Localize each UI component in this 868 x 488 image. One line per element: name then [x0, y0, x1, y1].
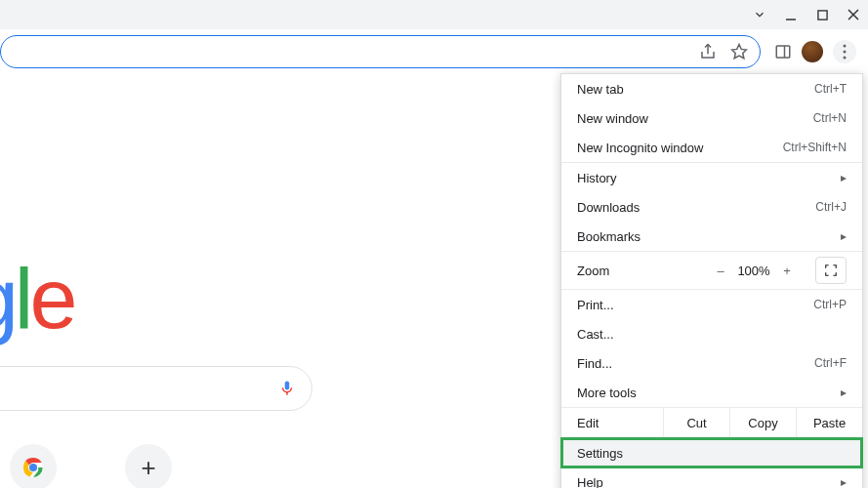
svg-point-10: [844, 56, 847, 59]
chrome-menu: New tabCtrl+T New windowCtrl+N New Incog…: [560, 73, 863, 488]
zoom-out-button[interactable]: –: [708, 264, 733, 278]
menu-settings[interactable]: Settings: [561, 438, 862, 468]
minimize-icon[interactable]: [784, 8, 798, 21]
svg-rect-6: [776, 46, 790, 58]
logo-letter: l: [15, 249, 30, 348]
search-input[interactable]: L: [0, 366, 312, 411]
chevron-right-icon: ▸: [841, 171, 847, 184]
svg-point-12: [29, 464, 37, 471]
star-icon[interactable]: [730, 43, 748, 61]
share-icon[interactable]: [699, 43, 717, 61]
mic-icon[interactable]: [278, 377, 296, 400]
logo-letter: g: [0, 249, 15, 348]
menu-help[interactable]: Help▸: [561, 468, 862, 488]
logo-letter: e: [29, 249, 73, 348]
menu-edit-row: Edit Cut Copy Paste: [561, 408, 862, 437]
menu-cast[interactable]: Cast...: [561, 319, 862, 348]
add-shortcut-button[interactable]: +: [125, 444, 172, 488]
menu-new-window[interactable]: New windowCtrl+N: [561, 103, 862, 133]
shortcut-chrome[interactable]: [10, 444, 57, 488]
svg-rect-1: [817, 10, 826, 19]
side-panel-icon[interactable]: [774, 43, 792, 61]
edit-label: Edit: [577, 416, 663, 430]
menu-history[interactable]: History▸: [561, 163, 862, 192]
menu-print[interactable]: Print...Ctrl+P: [561, 290, 862, 319]
toolbar: [0, 29, 868, 73]
zoom-label: Zoom: [577, 264, 708, 278]
svg-point-8: [844, 44, 847, 47]
chevron-right-icon: ▸: [841, 475, 847, 488]
menu-new-incognito[interactable]: New Incognito windowCtrl+Shift+N: [561, 133, 862, 162]
copy-button[interactable]: Copy: [730, 408, 797, 437]
zoom-level: 100%: [733, 264, 774, 278]
google-logo: o o g l e: [0, 249, 73, 348]
menu-more-tools[interactable]: More tools▸: [561, 378, 862, 407]
address-bar[interactable]: [0, 35, 761, 68]
svg-point-9: [844, 50, 847, 53]
chevron-down-icon[interactable]: [753, 8, 766, 21]
window-title-bar: [0, 0, 868, 29]
menu-new-tab[interactable]: New tabCtrl+T: [561, 74, 862, 103]
menu-bookmarks[interactable]: Bookmarks▸: [561, 222, 862, 251]
more-menu-button[interactable]: [833, 40, 856, 63]
menu-downloads[interactable]: DownloadsCtrl+J: [561, 192, 862, 222]
chevron-right-icon: ▸: [841, 386, 847, 399]
menu-find[interactable]: Find...Ctrl+F: [561, 348, 862, 378]
cut-button[interactable]: Cut: [664, 408, 730, 437]
chevron-right-icon: ▸: [841, 229, 847, 243]
maximize-icon[interactable]: [815, 8, 829, 21]
fullscreen-button[interactable]: [815, 257, 847, 284]
zoom-in-button[interactable]: +: [774, 264, 800, 278]
paste-button[interactable]: Paste: [797, 408, 862, 437]
svg-marker-5: [732, 44, 747, 58]
profile-avatar[interactable]: [802, 41, 823, 62]
close-icon[interactable]: [847, 8, 860, 21]
menu-zoom-row: Zoom – 100% +: [561, 252, 862, 289]
